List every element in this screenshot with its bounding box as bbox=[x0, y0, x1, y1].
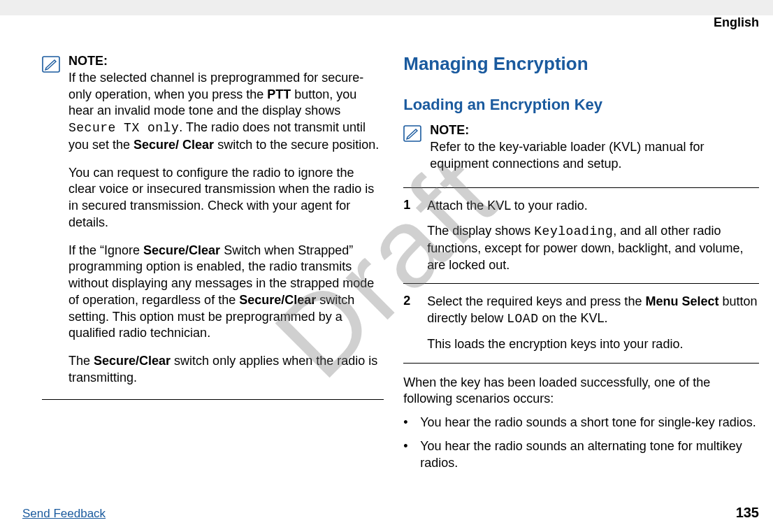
step-number: 1 bbox=[403, 198, 417, 273]
left-column: NOTE: If the selected channel is preprog… bbox=[42, 53, 384, 478]
note-block: NOTE: If the selected channel is preprog… bbox=[42, 53, 384, 400]
step-1-p2: The display shows Keyloading, and all ot… bbox=[427, 223, 759, 273]
step-1-p1: Attach the KVL to your radio. bbox=[427, 198, 759, 215]
note-para-3: If the “Ignore Secure/Clear Switch when … bbox=[68, 243, 384, 343]
language-label: English bbox=[714, 15, 759, 30]
after-steps-text: When the key has been loaded successfull… bbox=[403, 375, 759, 408]
page-content: NOTE: If the selected channel is preprog… bbox=[0, 15, 773, 478]
note-para-1: NOTE: If the selected channel is preprog… bbox=[68, 53, 384, 154]
list-item: You hear the radio sounds a short tone f… bbox=[403, 415, 759, 431]
steps-list: 1 Attach the KVL to your radio. The disp… bbox=[403, 187, 759, 363]
bullet-list: You hear the radio sounds a short tone f… bbox=[403, 415, 759, 471]
list-item: You hear the radio sounds an alternating… bbox=[403, 438, 759, 472]
step-body: Select the required keys and press the M… bbox=[427, 294, 759, 352]
note-para-4: The Secure/Clear switch only applies whe… bbox=[68, 353, 384, 387]
note-body-right: NOTE: Refer to the key-variable loader (… bbox=[430, 122, 759, 172]
step-row: 2 Select the required keys and press the… bbox=[403, 284, 759, 363]
note-para-2: You can request to configure the radio t… bbox=[68, 165, 384, 231]
right-column: Managing Encryption Loading an Encryptio… bbox=[403, 53, 759, 478]
step-2-p2: This loads the encryption keys into your… bbox=[427, 336, 759, 353]
note-icon bbox=[42, 56, 60, 73]
note-label: NOTE: bbox=[430, 123, 469, 137]
page-number: 135 bbox=[736, 505, 759, 521]
send-feedback-link[interactable]: Send Feedback bbox=[22, 507, 106, 521]
note-label: NOTE: bbox=[68, 54, 108, 68]
note-block-right: NOTE: Refer to the key-variable loader (… bbox=[403, 122, 759, 172]
step-number: 2 bbox=[403, 294, 417, 352]
step-body: Attach the KVL to your radio. The displa… bbox=[427, 198, 759, 273]
note-right-para: NOTE: Refer to the key-variable loader (… bbox=[430, 122, 759, 172]
heading-managing-encryption: Managing Encryption bbox=[403, 53, 759, 75]
step-2-p1: Select the required keys and press the M… bbox=[427, 294, 759, 328]
step-row: 1 Attach the KVL to your radio. The disp… bbox=[403, 188, 759, 284]
heading-loading-key: Loading an Encryption Key bbox=[403, 96, 759, 114]
note-body: NOTE: If the selected channel is preprog… bbox=[68, 53, 384, 392]
header-bar bbox=[0, 0, 773, 15]
note-icon bbox=[403, 125, 421, 142]
